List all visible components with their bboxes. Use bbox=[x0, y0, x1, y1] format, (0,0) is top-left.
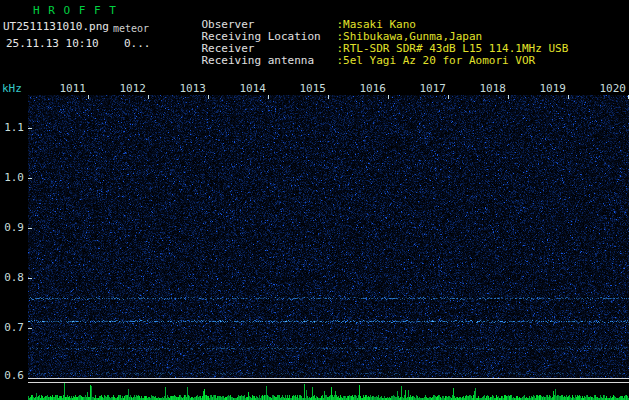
x-tick-label: 1018 bbox=[478, 83, 506, 94]
y-tick-label: 1.0 bbox=[0, 172, 24, 183]
observation-datetime: 25.11.13 10:10 bbox=[6, 38, 99, 49]
info-row-antenna: Receiving antenna:5el Yagi Az 20 for Aom… bbox=[175, 41, 535, 80]
output-filename: UT2511131010.png bbox=[3, 21, 109, 32]
x-tick-label: 1015 bbox=[298, 83, 326, 94]
x-tick-label: 1014 bbox=[238, 83, 266, 94]
echo-count: 0... bbox=[124, 38, 151, 49]
y-tick-label: 0.6 bbox=[0, 370, 24, 381]
y-tick-label: 0.7 bbox=[0, 322, 24, 333]
y-tick-label: 1.1 bbox=[0, 122, 24, 133]
hrofft-output: H R O F F T UT2511131010.png meteor 25.1… bbox=[0, 0, 629, 400]
app-title: H R O F F T bbox=[33, 5, 117, 16]
y-tick-label: 0.8 bbox=[0, 272, 24, 283]
x-tick-label: 1011 bbox=[58, 83, 86, 94]
x-tick-label: 1016 bbox=[358, 83, 386, 94]
info-label: Receiving antenna bbox=[202, 54, 337, 67]
x-tick-label: 1019 bbox=[538, 83, 566, 94]
x-tick-label: 1020 bbox=[598, 83, 626, 94]
x-tick-label: 1012 bbox=[118, 83, 146, 94]
y-tick-label: 0.9 bbox=[0, 222, 24, 233]
station-id: meteor bbox=[113, 24, 149, 34]
y-axis-unit: kHz bbox=[2, 83, 22, 94]
x-tick-label: 1017 bbox=[418, 83, 446, 94]
spectrogram-canvas bbox=[28, 95, 629, 400]
x-tick-label: 1013 bbox=[178, 83, 206, 94]
info-value: :5el Yagi Az 20 for Aomori VOR bbox=[337, 54, 536, 67]
